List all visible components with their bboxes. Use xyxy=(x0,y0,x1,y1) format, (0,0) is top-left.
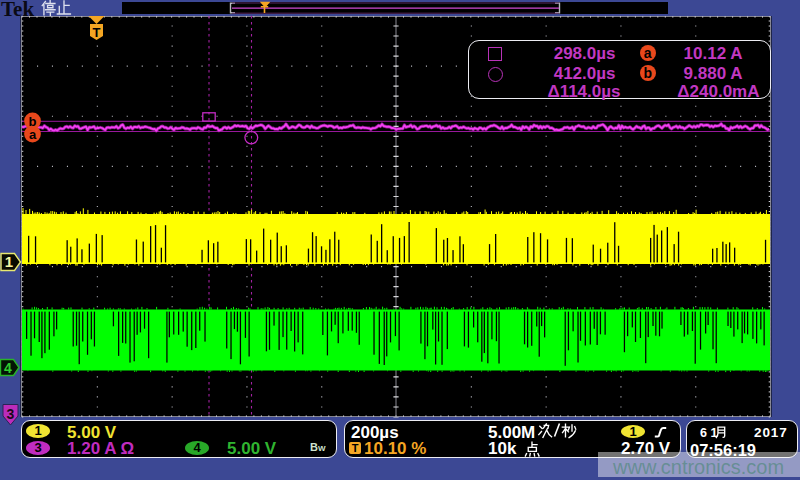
svg-text:4: 4 xyxy=(4,360,12,376)
svg-text:3: 3 xyxy=(7,406,15,422)
svg-text:a: a xyxy=(29,127,37,142)
svg-text:1: 1 xyxy=(5,253,13,270)
svg-text:T: T xyxy=(93,25,101,40)
